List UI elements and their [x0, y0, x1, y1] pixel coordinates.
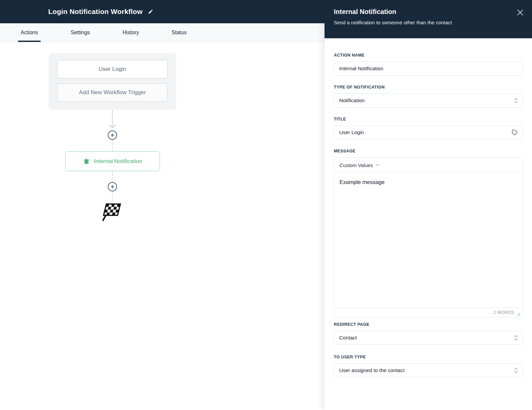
to-user-type-value: User assigned to the contact: [339, 367, 404, 373]
message-field-group: MESSAGE Custom Values 2 WORDS: [334, 149, 523, 317]
panel-title: Internal Notification: [334, 8, 523, 16]
workflow-tabbar: Actions Settings History Status: [0, 23, 325, 42]
trigger-group-card: User Login Add New Workflow Trigger: [49, 53, 176, 110]
select-chevrons-icon: [514, 367, 518, 374]
app-header: Login Notification Workflow: [0, 0, 325, 23]
message-editor: Custom Values 2 WORDS: [334, 157, 523, 317]
connector-dashed-line: [112, 140, 113, 151]
tab-history[interactable]: History: [120, 23, 141, 42]
close-icon: [517, 9, 523, 16]
title-field-group: TITLE: [334, 117, 523, 139]
custom-values-button[interactable]: Custom Values: [339, 162, 379, 168]
tab-settings[interactable]: Settings: [68, 23, 92, 42]
add-trigger-label: Add New Workflow Trigger: [79, 89, 146, 96]
workflow-title: Login Notification Workflow: [48, 8, 143, 16]
redirect-page-select[interactable]: Contact: [334, 331, 523, 345]
action-node-label: Internal Notification: [94, 158, 142, 165]
chevron-down-icon: [376, 164, 379, 166]
connector-dashed-line: [112, 171, 113, 182]
trigger-node-user-login[interactable]: User Login: [57, 60, 168, 79]
panel-header: Internal Notification Send a notificatio…: [325, 0, 532, 38]
action-name-input-wrap: [334, 62, 523, 76]
select-chevrons-icon: [514, 335, 518, 341]
workflow-builder-app: Login Notification Workflow Actions Sett…: [0, 0, 532, 410]
type-of-notification-field-group: TYPE OF NOTIFICATION Notification: [334, 85, 523, 107]
edit-title-button[interactable]: [148, 9, 153, 14]
panel-body: ACTION NAME TYPE OF NOTIFICATION Notific…: [325, 38, 532, 377]
tab-history-label: History: [122, 30, 139, 36]
tab-status[interactable]: Status: [170, 23, 189, 42]
title-input[interactable]: [339, 129, 509, 135]
tab-status-label: Status: [172, 30, 187, 36]
tab-settings-label: Settings: [70, 30, 90, 36]
message-footer: 2 WORDS: [334, 308, 522, 317]
message-toolbar: Custom Values: [334, 158, 522, 173]
action-name-field-group: ACTION NAME: [334, 53, 523, 76]
redirect-page-label: REDIRECT PAGE: [334, 322, 523, 327]
message-label: MESSAGE: [334, 149, 523, 153]
select-chevrons-icon: [514, 98, 518, 104]
to-user-type-select[interactable]: User assigned to the contact: [334, 363, 523, 377]
action-name-input[interactable]: [339, 66, 509, 72]
tab-actions-label: Actions: [21, 30, 38, 36]
close-panel-button[interactable]: [517, 9, 523, 16]
plus-icon: +: [110, 183, 114, 190]
title-label: TITLE: [334, 117, 523, 121]
connector-line: [112, 110, 113, 126]
resize-handle[interactable]: [517, 312, 520, 316]
add-action-button-top[interactable]: +: [108, 130, 117, 140]
workflow-editor-pane: Login Notification Workflow Actions Sett…: [0, 0, 325, 410]
action-name-label: ACTION NAME: [334, 53, 523, 58]
to-user-type-label: TO USER TYPE: [334, 355, 523, 359]
custom-values-label: Custom Values: [339, 162, 373, 168]
connector-dashed-line: [112, 191, 113, 202]
message-textarea-wrap: [334, 173, 522, 308]
pencil-icon: [148, 9, 153, 14]
action-settings-panel: Internal Notification Send a notificatio…: [325, 0, 532, 410]
tab-actions[interactable]: Actions: [19, 23, 40, 42]
redirect-page-value: Contact: [339, 335, 357, 341]
type-of-notification-label: TYPE OF NOTIFICATION: [334, 85, 523, 90]
message-textarea[interactable]: [334, 173, 522, 308]
workflow-canvas: User Login Add New Workflow Trigger + In…: [0, 42, 325, 410]
add-action-button-bottom[interactable]: +: [108, 182, 117, 191]
word-count: 2 WORDS: [493, 310, 514, 315]
to-user-type-field-group: TO USER TYPE User assigned to the contac…: [334, 355, 523, 377]
redirect-page-field-group: REDIRECT PAGE Contact: [334, 322, 523, 345]
action-node-internal-notification[interactable]: Internal Notification: [65, 151, 160, 171]
bell-icon: [83, 158, 90, 165]
add-new-workflow-trigger-button[interactable]: Add New Workflow Trigger: [57, 83, 168, 102]
tag-icon[interactable]: [511, 129, 518, 136]
type-of-notification-select[interactable]: Notification: [334, 94, 523, 107]
connector-arrowhead-icon: [109, 125, 115, 128]
title-input-wrap: [334, 125, 523, 139]
trigger-node-label: User Login: [99, 66, 126, 73]
checkered-flag-icon: [102, 202, 123, 222]
panel-subtitle: Send a notification to someone other tha…: [334, 20, 523, 25]
plus-icon: +: [110, 132, 114, 138]
type-of-notification-value: Notification: [339, 98, 365, 103]
